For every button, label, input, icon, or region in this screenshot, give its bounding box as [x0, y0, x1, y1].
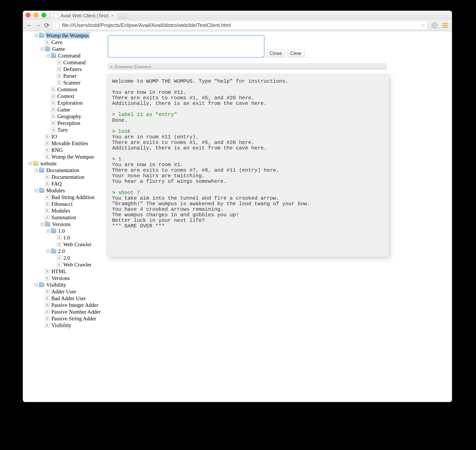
file-tree: ATutorial-Wump the WumpusACave-Game-Comm… — [23, 31, 104, 329]
back-button[interactable]: ← — [26, 22, 32, 29]
menu-icon[interactable] — [442, 23, 448, 28]
tree-node[interactable]: -Versions — [23, 221, 104, 228]
tree-node[interactable]: ATurn — [23, 126, 104, 133]
tree-toggle[interactable]: - — [29, 162, 32, 165]
tree-node[interactable]: AContext — [23, 93, 104, 100]
close-button[interactable]: Close — [267, 49, 285, 58]
tree-toggle[interactable]: - — [47, 249, 50, 253]
tree-node[interactable]: ACommand — [23, 59, 104, 66]
module-icon: A — [45, 316, 49, 321]
module-icon: A — [45, 289, 49, 294]
tree-node[interactable]: AVersions — [23, 275, 104, 282]
close-tab-icon[interactable]: × — [111, 13, 114, 18]
tree-node[interactable]: -Command — [23, 52, 104, 59]
tree-node[interactable]: -Wump the Wumpus — [23, 32, 104, 39]
reload-button[interactable]: ⟳ — [44, 22, 50, 29]
tree-label: Modules — [45, 188, 66, 194]
tree-node[interactable]: AAdder User — [23, 288, 104, 295]
folder-icon — [51, 249, 56, 253]
tree-node[interactable]: AParser — [23, 72, 104, 79]
command-input[interactable] — [108, 35, 264, 58]
tree-label: Fibonacci — [51, 201, 73, 207]
module-icon: A — [45, 296, 49, 301]
address-bar[interactable]: file:///Users/todd/Projects/Eclipse/Avai… — [52, 21, 428, 30]
close-window-icon[interactable] — [26, 13, 30, 18]
tree-toggle[interactable]: - — [35, 283, 38, 286]
tree-node[interactable]: APassive String Adder — [23, 315, 104, 322]
tree-label: Passive String Adder — [51, 316, 97, 322]
module-icon: A — [45, 208, 49, 213]
tree-node[interactable]: -1.0 — [23, 228, 104, 234]
tree-node[interactable]: AWump the Wumpus — [23, 154, 104, 160]
tree-node[interactable]: AMovable Entities — [23, 140, 104, 147]
tree-node[interactable]: ACommon — [23, 86, 104, 93]
tree-label: Documentation — [45, 167, 80, 173]
clear-button[interactable]: Clear — [287, 49, 304, 58]
tree-node[interactable]: ABad String Addition — [23, 194, 104, 201]
tree-node[interactable]: AFibonacci — [23, 201, 104, 207]
tree-node[interactable]: -Documentation — [23, 167, 104, 174]
bookmark-icon[interactable]: ☆ — [420, 22, 425, 29]
tree-toggle[interactable]: - — [47, 229, 50, 232]
tree-label: Scanner — [62, 80, 81, 86]
tree-node[interactable]: AHTML — [23, 268, 104, 275]
tree-node[interactable]: APassive Number Adder — [23, 308, 104, 315]
tree-toggle[interactable]: - — [41, 223, 44, 226]
tree-node[interactable]: -Modules — [23, 187, 104, 194]
browser-tab[interactable]: Avail Web Client (Test) × — [50, 12, 117, 19]
minimize-window-icon[interactable] — [34, 13, 38, 18]
tree-node[interactable]: AScanner — [23, 79, 104, 86]
tree-node[interactable]: -2.0 — [23, 248, 104, 255]
tree-node[interactable]: A2.0 — [23, 255, 104, 261]
module-icon: A — [45, 309, 49, 314]
module-icon: A — [51, 121, 55, 125]
tree-toggle[interactable]: - — [41, 47, 44, 51]
tree-node[interactable]: ADefiners — [23, 66, 104, 72]
command-console-header[interactable]: ▸ Command Console — [108, 63, 386, 70]
tree-label: FAQ — [51, 181, 62, 187]
tree-node[interactable]: APassive Integer Adder — [23, 302, 104, 308]
module-icon: A — [45, 276, 49, 280]
tree-node[interactable]: AVisibility — [23, 322, 104, 329]
tree-node[interactable]: APerception — [23, 120, 104, 126]
tree-node[interactable]: ASummation — [23, 214, 104, 221]
module-icon: A — [51, 94, 55, 99]
tree-node[interactable]: -Game — [23, 46, 104, 52]
tree-node[interactable]: AGame — [23, 106, 104, 113]
window-controls — [26, 13, 46, 18]
tree-label: Parser — [62, 73, 77, 79]
tree-node[interactable]: AWeb Crawler — [23, 241, 104, 248]
cabinet-icon — [33, 161, 38, 166]
tree-node[interactable]: AFAQ — [23, 180, 104, 187]
globe-icon[interactable] — [432, 23, 437, 28]
tree-toggle[interactable]: - — [35, 34, 38, 37]
module-icon: A — [45, 323, 49, 328]
tree-toggle[interactable]: - — [47, 54, 50, 57]
tree-label: Cave — [51, 39, 63, 45]
module-icon: A — [57, 242, 61, 247]
tree-node[interactable]: -website — [23, 160, 104, 167]
module-icon: A — [57, 262, 61, 267]
tree-node[interactable]: A1.0 — [23, 234, 104, 241]
tree-node[interactable]: AModules — [23, 207, 104, 214]
tree-node[interactable]: ACave — [23, 39, 104, 46]
tree-label: Passive Integer Adder — [51, 302, 99, 308]
tree-node[interactable]: AWeb Crawler — [23, 261, 104, 268]
tree-label: Game — [56, 107, 71, 113]
zoom-window-icon[interactable] — [42, 13, 46, 18]
new-tab-button[interactable] — [117, 13, 127, 19]
tree-node[interactable]: AIO — [23, 133, 104, 140]
module-icon: A — [45, 303, 49, 308]
tree-label: 1.0 — [62, 235, 71, 241]
tree-node[interactable]: ADocumentation — [23, 174, 104, 180]
tree-node[interactable]: ARNG — [23, 147, 104, 154]
module-icon: A — [57, 235, 61, 240]
tree-node[interactable]: AGeography — [23, 113, 104, 120]
tree-node[interactable]: AExploration — [23, 100, 104, 106]
tree-toggle[interactable]: - — [35, 189, 38, 192]
folder-icon — [45, 47, 50, 51]
tree-toggle[interactable]: - — [35, 169, 38, 172]
tree-node[interactable]: ABad Adder User — [23, 295, 104, 302]
module-icon: A — [51, 107, 55, 112]
tree-node[interactable]: -Visibility — [23, 282, 104, 288]
